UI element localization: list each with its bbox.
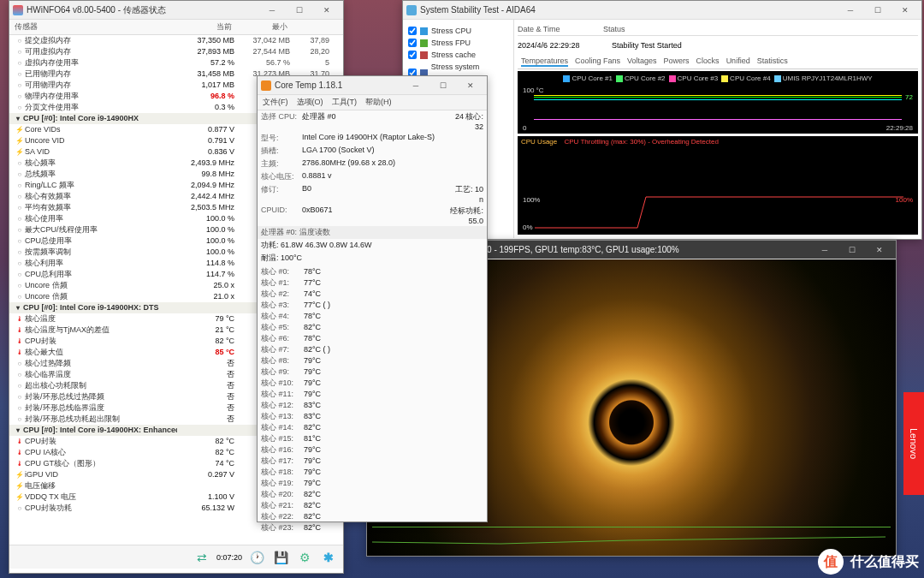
core-row: 核心 #6:78°C	[261, 333, 483, 344]
value-datetime: 2024/4/6 22:29:28	[518, 41, 612, 50]
menu-item[interactable]: 文件(F)	[263, 97, 288, 108]
tab-clocks[interactable]: Clocks	[696, 57, 720, 67]
core-row: 核心 #18:79°C	[261, 467, 483, 478]
aida-tabs: TemperaturesCooling FansVoltagesPowersCl…	[518, 55, 918, 69]
close-button[interactable]: ✕	[892, 2, 918, 19]
core-row: 核心 #17:79°C	[261, 456, 483, 467]
label-datetime: Date & Time	[518, 25, 603, 33]
coretemp-menu: 文件(F)选项(O)工具(T)帮助(H)	[258, 95, 487, 110]
tab-cooling fans[interactable]: Cooling Fans	[575, 57, 620, 67]
y-min: 0%	[523, 223, 533, 231]
info-row: 修订:B0工艺: 10 n	[258, 183, 487, 205]
core-row: 核心 #10:79°C	[261, 378, 483, 389]
aida-temp-graph: CPU Core #1CPU Core #2CPU Core #3CPU Cor…	[518, 71, 918, 235]
power-row: 功耗: 61.8W 46.3W 0.8W 14.6W	[258, 239, 487, 252]
col-extra	[287, 21, 330, 33]
stress-checkbox[interactable]: Stress CPU	[408, 25, 508, 37]
core-row: 核心 #15:81°C	[261, 433, 483, 444]
menu-item[interactable]: 帮助(H)	[365, 97, 392, 108]
aida-info-row: Date & Time Status	[518, 23, 918, 36]
core-row: 核心 #20:82°C	[261, 489, 483, 500]
temp-line	[534, 119, 903, 120]
core-row: 核心 #0:78°C	[261, 266, 483, 277]
clock-icon[interactable]: 🕐	[247, 548, 266, 567]
aida-info-row: 2024/4/6 22:29:28 Stability Test Started	[518, 39, 918, 51]
maximize-button[interactable]: ☐	[865, 2, 891, 19]
core-row: 核心 #7:82°C ( )	[261, 344, 483, 355]
maximize-button[interactable]: ☐	[287, 2, 312, 19]
aida-title: System Stability Test - AIDA64	[420, 5, 838, 15]
col-min: 最小	[232, 21, 287, 33]
core-row: 核心 #9:79°C	[261, 366, 483, 378]
info-row: 核心电压:0.8881 v	[258, 170, 487, 183]
tjmax-row: 耐温: 100°C	[258, 252, 487, 265]
minimize-button[interactable]: ─	[259, 2, 285, 19]
core-row: 核心 #8:79°C	[261, 355, 483, 366]
graph-legend: CPU Core #1CPU Core #2CPU Core #3CPU Cor…	[521, 74, 915, 82]
legend-item: CPU Core #4	[721, 74, 771, 82]
menu-item[interactable]: 工具(T)	[332, 97, 358, 108]
tab-powers[interactable]: Powers	[664, 57, 690, 67]
legend-item: CPU Core #2	[616, 74, 666, 82]
hwinfo-icon	[13, 5, 23, 15]
core-row: 核心 #2:74°C	[261, 289, 483, 300]
tab-statistics[interactable]: Statistics	[757, 57, 788, 67]
hwinfo-title: HWiNFO64 v8.00-5400 - 传感器状态	[27, 4, 259, 16]
coretemp-title: Core Temp 1.18.1	[275, 80, 403, 90]
info-row: 选择 CPU:处理器 #024 核心: 32	[258, 110, 487, 132]
legend-item: CPU Core #1	[563, 74, 613, 82]
tab-unified[interactable]: Unified	[726, 57, 750, 67]
core-row: 核心 #5:82°C	[261, 322, 483, 333]
coretemp-titlebar[interactable]: Core Temp 1.18.1 ─ ☐ ✕	[258, 76, 487, 95]
close-button[interactable]: ✕	[458, 77, 483, 94]
save-icon[interactable]: 💾	[271, 548, 290, 567]
minimize-button[interactable]: ─	[403, 77, 429, 94]
value-status: Stability Test Started	[612, 41, 706, 50]
tab-voltages[interactable]: Voltages	[627, 57, 657, 67]
sensor-row[interactable]: ○虚拟内存使用率57.2 %56.7 %5	[9, 57, 343, 69]
core-row: 核心 #14:82°C	[261, 422, 483, 433]
info-row: 插槽:LGA 1700 (Socket V)	[258, 145, 487, 158]
watermark-text: 什么值得买	[850, 553, 919, 571]
watermark: 值 什么值得买	[818, 549, 919, 575]
close-button[interactable]: ✕	[314, 2, 340, 19]
info-row: 主频:2786.80MHz (99.68 x 28.0)	[258, 158, 487, 170]
stress-checkbox[interactable]: Stress FPU	[408, 37, 508, 49]
cpu-usage-header: CPU Usage CPU Throttling (max: 30%) - Ov…	[521, 138, 915, 146]
elapsed-time: 0:07:20	[216, 553, 242, 562]
process-icon[interactable]: ⇄	[192, 548, 211, 567]
cpu-usage-line	[535, 194, 903, 231]
sensor-row[interactable]: ○提交虚拟内存37,350 MB37,042 MB37,89	[9, 35, 343, 46]
core-row: 核心 #3:77°C ( )	[261, 300, 483, 311]
lenovo-brand-tab: Lenovo	[903, 392, 924, 495]
core-row: 核心 #13:83°C	[261, 411, 483, 422]
aida-titlebar[interactable]: System Stability Test - AIDA64 ─ ☐ ✕	[403, 1, 921, 20]
y-max: 100 °C	[523, 86, 544, 94]
col-current: 当前	[176, 21, 232, 33]
core-row: 核心 #23:82°C	[261, 522, 483, 533]
expand-icon[interactable]: ✱	[319, 548, 338, 567]
settings-icon[interactable]: ⚙	[295, 548, 314, 567]
core-row: 核心 #22:82°C	[261, 511, 483, 522]
info-row: 型号:Intel Core i9 14900HX (Raptor Lake-S)	[258, 132, 487, 145]
hwinfo-header: 传感器 当前 最小	[9, 20, 343, 35]
tab-temperatures[interactable]: Temperatures	[521, 57, 568, 67]
minimize-button[interactable]: ─	[812, 241, 838, 259]
minimize-button[interactable]: ─	[838, 2, 863, 19]
core-row: 核心 #1:77°C	[261, 277, 483, 289]
maximize-button[interactable]: ☐	[430, 77, 456, 94]
coretemp-icon	[261, 80, 271, 91]
close-button[interactable]: ✕	[867, 241, 892, 259]
maximize-button[interactable]: ☐	[839, 241, 865, 259]
hwinfo-titlebar[interactable]: HWiNFO64 v8.00-5400 - 传感器状态 ─ ☐ ✕	[9, 1, 343, 20]
sensor-row[interactable]: ○可用虚拟内存27,893 MB27,544 MB28,20	[9, 46, 343, 57]
stress-checkbox[interactable]: Stress cache	[408, 49, 508, 61]
menu-item[interactable]: 选项(O)	[297, 97, 323, 108]
core-row: 核心 #11:79°C	[261, 389, 483, 400]
legend-item: CPU Core #3	[669, 74, 719, 82]
hwinfo-footer: ⇄ 0:07:20 🕐 💾 ⚙ ✱	[9, 545, 343, 569]
readings-header: 处理器 #0: 温度读数	[258, 226, 487, 239]
coretemp-info: 选择 CPU:处理器 #024 核心: 32型号:Intel Core i9 1…	[258, 110, 487, 226]
watermark-icon: 值	[818, 549, 844, 575]
core-row: 核心 #21:82°C	[261, 500, 483, 511]
